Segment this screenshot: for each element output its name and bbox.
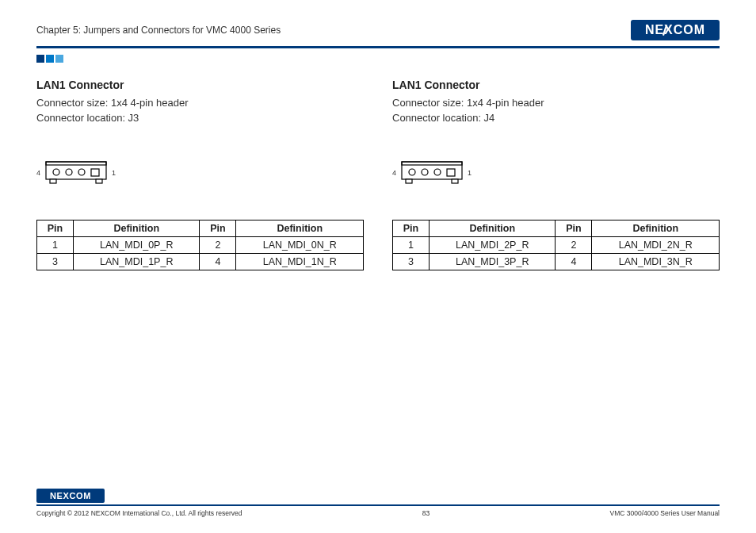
main-content: LAN1 Connector Connector size: 1x4 4-pin…: [36, 79, 720, 270]
table-row: 3 LAN_MDI_3P_R 4 LAN_MDI_3N_R: [393, 253, 720, 270]
svg-point-6: [66, 169, 72, 175]
nexcom-logo-icon: NEXCOM: [36, 489, 105, 503]
table-header: Pin: [200, 220, 236, 236]
table-header: Pin: [393, 220, 430, 236]
table-cell: 3: [37, 253, 74, 270]
svg-point-7: [78, 169, 85, 175]
svg-rect-3: [46, 162, 106, 179]
table-cell: 1: [37, 236, 74, 253]
right-column: LAN1 Connector Connector size: 1x4 4-pin…: [392, 79, 720, 270]
table-header: Definition: [74, 220, 200, 236]
table-cell: LAN_MDI_0N_R: [236, 236, 364, 253]
table-cell: LAN_MDI_1P_R: [74, 253, 200, 270]
table-header: Definition: [236, 220, 364, 236]
chapter-title: Chapter 5: Jumpers and Connectors for VM…: [36, 25, 281, 36]
svg-rect-12: [402, 162, 462, 165]
square-icon: [46, 55, 54, 63]
svg-rect-10: [96, 179, 102, 183]
table-cell: LAN_MDI_2N_R: [592, 236, 720, 253]
svg-text:NEXCOM: NEXCOM: [50, 491, 91, 500]
table-cell: 2: [200, 236, 236, 253]
square-icon: [36, 55, 44, 63]
svg-point-13: [409, 169, 415, 175]
table-header-row: Pin Definition Pin Definition: [37, 220, 364, 236]
copyright-text: Copyright © 2012 NEXCOM International Co…: [36, 509, 242, 517]
table-cell: LAN_MDI_3N_R: [592, 253, 720, 270]
connector-location: Connector location: J4: [392, 111, 720, 126]
table-header-row: Pin Definition Pin Definition: [393, 220, 720, 236]
header-divider: [36, 46, 720, 48]
svg-rect-8: [91, 169, 99, 176]
svg-text:NEXCOM: NEXCOM: [645, 23, 705, 36]
pin-definition-table: Pin Definition Pin Definition 1 LAN_MDI_…: [36, 220, 364, 270]
table-cell: LAN_MDI_3P_R: [430, 253, 556, 270]
connector-location: Connector location: J3: [36, 111, 364, 126]
section-title: LAN1 Connector: [36, 79, 364, 91]
pin-label-left: 4: [36, 169, 40, 177]
pin-label-left: 4: [392, 169, 396, 177]
table-row: 3 LAN_MDI_1P_R 4 LAN_MDI_1N_R: [37, 253, 364, 270]
svg-rect-4: [46, 162, 106, 165]
svg-rect-18: [452, 179, 458, 183]
svg-rect-16: [447, 169, 455, 176]
footer-text-row: Copyright © 2012 NEXCOM International Co…: [36, 509, 720, 517]
page-header: Chapter 5: Jumpers and Connectors for VM…: [36, 19, 720, 41]
table-cell: LAN_MDI_2P_R: [430, 236, 556, 253]
decoration-squares: [36, 55, 720, 63]
table-cell: LAN_MDI_0P_R: [74, 236, 200, 253]
svg-rect-11: [402, 162, 462, 179]
doc-title: VMC 3000/4000 Series User Manual: [610, 509, 720, 517]
pin-label-right: 1: [112, 169, 116, 177]
connector-diagram: 4 1: [36, 161, 364, 185]
pin-label-right: 1: [468, 169, 472, 177]
page-footer: NEXCOM Copyright © 2012 NEXCOM Internati…: [36, 489, 720, 517]
svg-point-5: [53, 169, 59, 175]
table-header: Pin: [556, 220, 592, 236]
footer-divider: [36, 504, 720, 506]
table-row: 1 LAN_MDI_0P_R 2 LAN_MDI_0N_R: [37, 236, 364, 253]
footer-logo-row: NEXCOM: [36, 489, 720, 503]
table-cell: 3: [393, 253, 430, 270]
svg-point-15: [434, 169, 441, 175]
table-cell: 4: [200, 253, 236, 270]
svg-point-14: [422, 169, 428, 175]
svg-rect-9: [50, 179, 56, 183]
table-header: Pin: [37, 220, 74, 236]
table-cell: 1: [393, 236, 430, 253]
page-number: 83: [422, 509, 430, 517]
nexcom-logo-icon: NEXCOM: [631, 20, 720, 40]
table-cell: LAN_MDI_1N_R: [236, 253, 364, 270]
connector-diagram: 4 1: [392, 161, 720, 185]
table-header: Definition: [592, 220, 720, 236]
table-header: Definition: [430, 220, 556, 236]
left-column: LAN1 Connector Connector size: 1x4 4-pin…: [36, 79, 364, 270]
connector-icon: [45, 161, 107, 185]
section-title: LAN1 Connector: [392, 79, 720, 91]
square-icon: [55, 55, 63, 63]
table-cell: 2: [556, 236, 592, 253]
table-row: 1 LAN_MDI_2P_R 2 LAN_MDI_2N_R: [393, 236, 720, 253]
table-cell: 4: [556, 253, 592, 270]
brand-logo: NEXCOM: [631, 20, 720, 40]
svg-rect-17: [406, 179, 412, 183]
connector-size: Connector size: 1x4 4-pin header: [392, 96, 720, 111]
connector-size: Connector size: 1x4 4-pin header: [36, 96, 364, 111]
connector-icon: [401, 161, 463, 185]
pin-definition-table: Pin Definition Pin Definition 1 LAN_MDI_…: [392, 220, 720, 270]
